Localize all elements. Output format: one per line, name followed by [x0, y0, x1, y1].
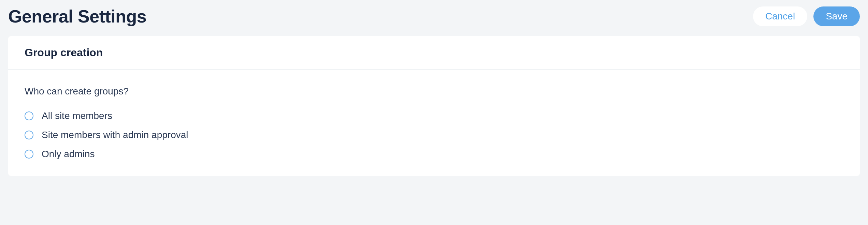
- save-button[interactable]: Save: [813, 6, 860, 27]
- radio-icon: [25, 111, 33, 120]
- radio-icon: [25, 150, 33, 159]
- header-actions: Cancel Save: [753, 6, 860, 27]
- question-label: Who can create groups?: [25, 86, 843, 97]
- panel-header: Group creation: [8, 36, 860, 70]
- radio-option-only-admins[interactable]: Only admins: [25, 149, 843, 160]
- radio-icon: [25, 131, 33, 139]
- radio-label: All site members: [42, 110, 112, 121]
- panel-body: Who can create groups? All site members …: [8, 70, 860, 176]
- group-creation-panel: Group creation Who can create groups? Al…: [8, 36, 860, 176]
- cancel-button[interactable]: Cancel: [753, 6, 807, 27]
- radio-label: Site members with admin approval: [42, 130, 188, 140]
- page-title: General Settings: [8, 6, 146, 27]
- page-header: General Settings Cancel Save: [8, 0, 860, 36]
- radio-label: Only admins: [42, 149, 95, 160]
- radio-group: All site members Site members with admin…: [25, 110, 843, 160]
- radio-option-all-members[interactable]: All site members: [25, 110, 843, 121]
- panel-title: Group creation: [25, 46, 843, 59]
- radio-option-admin-approval[interactable]: Site members with admin approval: [25, 130, 843, 140]
